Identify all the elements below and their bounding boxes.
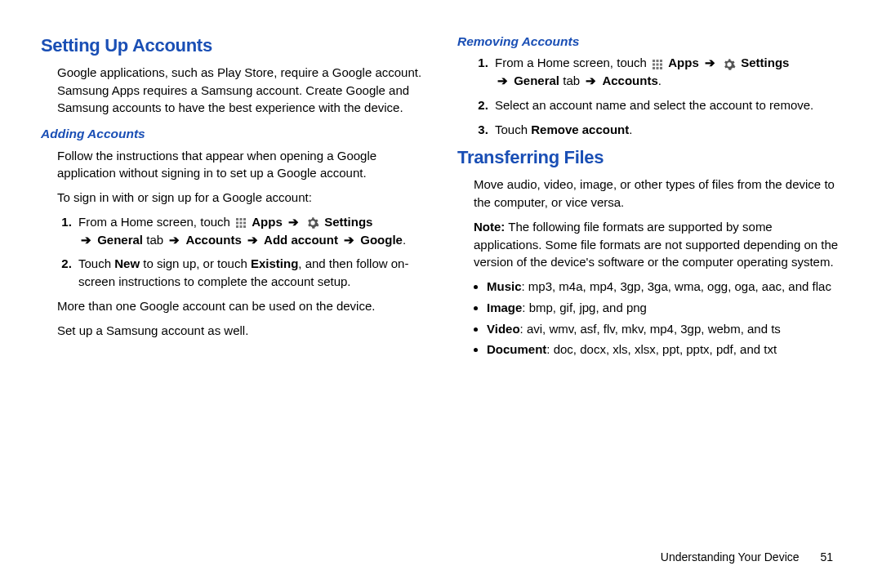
add-account-label: Add account <box>264 233 338 247</box>
arrow-icon: ➔ <box>81 231 91 249</box>
formats-music: Music: mp3, m4a, mp4, 3gp, 3ga, wma, ogg… <box>487 278 841 296</box>
adding-steps-list: From a Home screen, touch Apps ➔ Set <box>41 213 425 291</box>
svg-rect-9 <box>653 60 655 62</box>
label: Image <box>487 301 522 314</box>
svg-rect-10 <box>657 60 659 62</box>
value: : avi, wmv, asf, flv, mkv, mp4, 3gp, web… <box>520 322 781 336</box>
new-label: New <box>114 256 140 270</box>
settings-label: Settings <box>741 56 789 69</box>
transfer-paragraph: Move audio, video, image, or other types… <box>457 176 841 212</box>
formats-document: Document: doc, docx, xls, xlsx, ppt, ppt… <box>487 341 841 359</box>
svg-rect-3 <box>236 221 238 224</box>
heading-transferring-files: Transferring Files <box>457 145 841 171</box>
apps-grid-icon <box>235 217 247 229</box>
arrow-icon: ➔ <box>497 72 508 90</box>
svg-rect-15 <box>653 67 655 69</box>
general-label: General <box>97 233 143 247</box>
step-text: From a Home screen, touch <box>495 56 647 69</box>
apps-grid-icon <box>652 59 663 70</box>
formats-image: Image: bmp, gif, jpg, and png <box>487 299 841 317</box>
formats-list: Music: mp3, m4a, mp4, 3gp, 3ga, wma, ogg… <box>457 278 841 359</box>
subheading-removing-accounts: Removing Accounts <box>457 33 841 51</box>
label: Video <box>487 322 520 336</box>
heading-setting-up-accounts: Setting Up Accounts <box>41 33 425 59</box>
general-label: General <box>514 74 559 87</box>
apps-label: Apps <box>668 56 699 69</box>
adding-step-2: Touch New to sign up, or touch Existing,… <box>75 255 425 291</box>
accounts-label: Accounts <box>185 233 241 247</box>
arrow-icon: ➔ <box>247 231 258 249</box>
arrow-icon: ➔ <box>288 213 299 231</box>
svg-rect-13 <box>657 63 659 65</box>
tab-word: tab <box>559 74 583 87</box>
svg-rect-16 <box>657 67 659 69</box>
apps-label: Apps <box>252 215 283 229</box>
settings-gear-icon <box>306 216 319 229</box>
arrow-icon: ➔ <box>344 231 354 249</box>
step-text: Touch <box>495 122 531 136</box>
google-label: Google <box>360 233 403 247</box>
arrow-icon: ➔ <box>705 54 715 72</box>
value: : doc, docx, xls, xlsx, ppt, pptx, pdf, … <box>546 342 777 356</box>
adding-step-1: From a Home screen, touch Apps ➔ Set <box>75 213 425 249</box>
accounts-label: Accounts <box>602 74 657 87</box>
svg-rect-14 <box>660 63 662 65</box>
arrow-icon: ➔ <box>169 231 180 249</box>
label: Document <box>487 342 546 356</box>
svg-rect-6 <box>236 225 238 228</box>
arrow-icon: ➔ <box>586 72 596 90</box>
formats-video: Video: avi, wmv, asf, flv, mkv, mp4, 3gp… <box>487 320 841 338</box>
step-text: Touch <box>78 256 114 270</box>
step-text: From a Home screen, touch <box>78 215 230 229</box>
settings-gear-icon <box>723 58 736 71</box>
remove-account-label: Remove account <box>531 122 629 136</box>
subheading-adding-accounts: Adding Accounts <box>41 125 425 143</box>
value: : bmp, gif, jpg, and png <box>522 301 647 314</box>
chapter-title: Understanding Your Device <box>661 550 800 564</box>
adding-after-1: More than one Google account can be used… <box>41 297 425 315</box>
step-text: to sign up, or touch <box>140 256 251 270</box>
svg-rect-11 <box>660 60 662 62</box>
removing-step-1: From a Home screen, touch Apps ➔ Set <box>492 54 841 90</box>
page-footer: Understanding Your Device 51 <box>661 549 833 565</box>
svg-rect-12 <box>653 63 655 65</box>
settings-label: Settings <box>324 215 372 229</box>
label: Music <box>487 279 522 293</box>
note-body: The following file formats are supported… <box>474 220 838 270</box>
svg-rect-5 <box>243 221 246 224</box>
left-column: Setting Up Accounts Google applications,… <box>41 33 425 365</box>
svg-rect-17 <box>660 67 662 69</box>
svg-rect-2 <box>243 218 246 220</box>
adding-paragraph-1: Follow the instructions that appear when… <box>41 147 425 183</box>
removing-step-2: Select an account name and select the ac… <box>492 96 841 114</box>
adding-after-2: Set up a Samsung account as well. <box>41 322 425 340</box>
existing-label: Existing <box>251 256 298 270</box>
svg-rect-4 <box>240 221 243 224</box>
note-label: Note: <box>474 220 505 234</box>
note-paragraph: Note: The following file formats are sup… <box>457 218 841 271</box>
right-column: Removing Accounts From a Home screen, to… <box>457 33 841 365</box>
removing-step-3: Touch Remove account. <box>492 121 841 139</box>
adding-paragraph-2: To sign in with or sign up for a Google … <box>41 189 425 207</box>
svg-rect-0 <box>236 218 238 220</box>
removing-steps-list: From a Home screen, touch Apps ➔ Set <box>457 54 841 138</box>
svg-rect-1 <box>240 218 243 220</box>
value: : mp3, m4a, mp4, 3gp, 3ga, wma, ogg, oga… <box>522 279 831 293</box>
tab-word: tab <box>143 233 167 247</box>
intro-paragraph: Google applications, such as Play Store,… <box>41 64 425 117</box>
svg-rect-8 <box>243 225 246 228</box>
page-number: 51 <box>820 549 833 565</box>
svg-rect-7 <box>240 225 243 228</box>
